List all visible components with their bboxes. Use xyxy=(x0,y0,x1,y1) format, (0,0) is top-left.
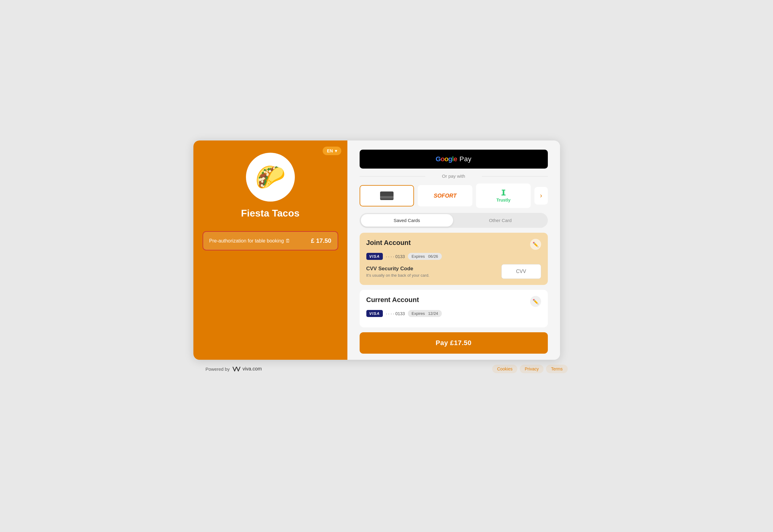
tab-other-card[interactable]: Other Card xyxy=(454,214,547,227)
joint-card-details: VISA · · · · 0133 Expires 06/26 xyxy=(366,253,541,260)
powered-by: Powered by viva.com xyxy=(206,366,262,372)
sofort-logo: SOFORT xyxy=(434,193,457,199)
viva-brand-text: viva.com xyxy=(242,366,262,372)
current-account-name: Current Account xyxy=(366,296,419,304)
trustly-icon xyxy=(499,189,508,198)
viva-logo: viva.com xyxy=(232,366,262,372)
svg-rect-0 xyxy=(502,190,505,191)
chevron-right-icon: › xyxy=(540,192,542,200)
cvv-info: CVV Security Code It's usually on the ba… xyxy=(366,266,430,278)
more-methods-button[interactable]: › xyxy=(534,187,548,205)
card-method-button[interactable] xyxy=(359,185,414,206)
trustly-logo: Trustly xyxy=(497,189,511,202)
left-panel: EN ▾ 🌮 Fiesta Tacos Pre-authorization fo… xyxy=(193,140,347,360)
card-header-joint: Joint Account ✏️ xyxy=(366,239,541,250)
visa-badge-current: VISA xyxy=(366,310,383,317)
trustly-method-button[interactable]: Trustly xyxy=(476,184,531,208)
svg-rect-2 xyxy=(501,195,506,195)
privacy-link[interactable]: Privacy xyxy=(520,365,544,373)
merchant-logo: 🌮 xyxy=(246,153,295,202)
google-g-icon: Google xyxy=(436,155,457,163)
trustly-text: Trustly xyxy=(497,198,511,202)
joint-account-card: Joint Account ✏️ VISA · · · · 0133 Expir… xyxy=(359,233,548,285)
current-card-details: VISA · · · · 0133 Expires 12/24 xyxy=(366,310,541,317)
cvv-section: CVV Security Code It's usually on the ba… xyxy=(366,264,541,279)
current-card-expiry: Expires 12/24 xyxy=(408,310,442,317)
footer: Powered by viva.com Cookies Privacy Term… xyxy=(193,360,580,373)
lang-label: EN xyxy=(327,148,333,153)
edit-current-card-button[interactable]: ✏️ xyxy=(530,296,541,307)
pay-button[interactable]: Pay £17.50 xyxy=(359,332,548,354)
cvv-input[interactable] xyxy=(501,264,541,279)
footer-links: Cookies Privacy Terms xyxy=(492,365,568,373)
tab-saved-cards[interactable]: Saved Cards xyxy=(361,214,453,227)
order-amount: £ 17.50 xyxy=(311,237,331,244)
viva-icon xyxy=(232,366,241,372)
sofort-method-button[interactable]: SOFORT xyxy=(418,185,472,206)
main-container: EN ▾ 🌮 Fiesta Tacos Pre-authorization fo… xyxy=(193,140,560,360)
current-card-mask: · · · · 0133 xyxy=(386,311,405,316)
cookies-link[interactable]: Cookies xyxy=(492,365,518,373)
terms-link[interactable]: Terms xyxy=(546,365,567,373)
gpay-button[interactable]: Google Pay xyxy=(359,150,548,169)
joint-card-mask: · · · · 0133 xyxy=(386,254,405,259)
or-pay-with-label: Or pay with xyxy=(359,173,548,179)
current-account-card: Current Account ✏️ VISA · · · · 0133 Exp… xyxy=(359,290,548,327)
taco-icon: 🌮 xyxy=(255,165,286,189)
gpay-text: Pay xyxy=(460,155,472,163)
joint-card-expiry: Expires 06/26 xyxy=(408,253,442,260)
card-icon xyxy=(380,191,394,200)
powered-by-text: Powered by xyxy=(206,366,230,372)
payment-methods-row: SOFORT Trustly › xyxy=(359,184,548,208)
pencil-icon: ✏️ xyxy=(533,242,539,247)
right-panel: Google Pay Or pay with SOFORT xyxy=(347,140,560,360)
joint-account-name: Joint Account xyxy=(366,239,411,247)
edit-joint-card-button[interactable]: ✏️ xyxy=(530,239,541,250)
order-label: Pre-authorization for table booking 🗓 xyxy=(209,238,290,244)
chevron-down-icon: ▾ xyxy=(335,148,337,153)
merchant-name: Fiesta Tacos xyxy=(241,208,299,219)
card-tabs: Saved Cards Other Card xyxy=(359,213,548,228)
card-header-current: Current Account ✏️ xyxy=(366,296,541,307)
cvv-title: CVV Security Code xyxy=(366,266,430,272)
language-selector[interactable]: EN ▾ xyxy=(323,147,341,155)
order-box: Pre-authorization for table booking 🗓 £ … xyxy=(202,231,338,250)
cvv-description: It's usually on the back of your card. xyxy=(366,273,430,278)
pencil-icon-current: ✏️ xyxy=(533,299,539,304)
visa-badge-joint: VISA xyxy=(366,253,383,260)
